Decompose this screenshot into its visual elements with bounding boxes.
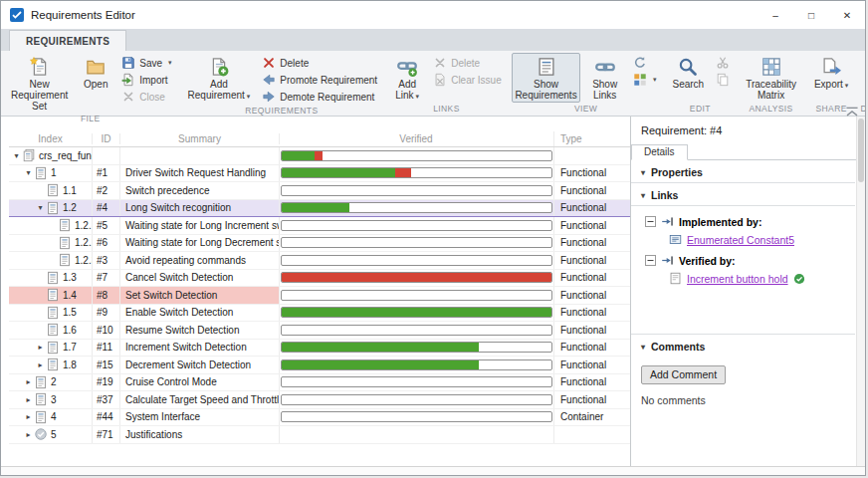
- section-comments[interactable]: ▾ Comments: [631, 334, 855, 357]
- table-row[interactable]: ▸1.8#15Decrement Switch DetectionFunctio…: [9, 357, 630, 374]
- section-links[interactable]: ▾ Links: [631, 183, 855, 206]
- details-tabstrip: Details: [631, 142, 865, 160]
- id-cell: #9: [93, 305, 120, 322]
- collapse-toolstrip-button[interactable]: [845, 103, 859, 113]
- delete-requirement-button[interactable]: Delete: [258, 55, 381, 71]
- collapse-box-icon[interactable]: [645, 216, 656, 227]
- table-row[interactable]: 1.5#9Enable Switch DetectionFunctional: [9, 305, 630, 323]
- tree-expander[interactable]: ▾: [35, 203, 46, 212]
- column-header-verified[interactable]: Verified: [280, 131, 554, 146]
- import-button[interactable]: Import: [117, 72, 175, 88]
- requirement-icon: [46, 271, 60, 285]
- refresh-view-button[interactable]: [629, 55, 661, 71]
- tree-expander[interactable]: ▾: [11, 151, 22, 160]
- table-header: Index ID Summary Verified Type: [9, 130, 630, 147]
- requirement-icon: [34, 392, 48, 406]
- table-row[interactable]: 1.2.3#3Avoid repeating commandsFunctiona…: [9, 252, 630, 270]
- link-item: Increment button hold: [631, 269, 865, 288]
- requirement-icon: [46, 341, 60, 355]
- index-label: 1.7: [63, 342, 77, 353]
- promote-requirement-button[interactable]: Promote Requirement: [258, 72, 381, 88]
- tree-expander[interactable]: ▸: [23, 377, 34, 386]
- verified-cell: [280, 182, 554, 199]
- table-row[interactable]: ▸1.7#11Increment Switch DetectionFunctio…: [9, 340, 630, 358]
- section-properties[interactable]: ▾ Properties: [631, 160, 855, 183]
- tree-expander[interactable]: ▸: [23, 395, 34, 404]
- link-anchor[interactable]: Increment button hold: [687, 273, 788, 285]
- close-button[interactable]: ✕: [829, 1, 865, 29]
- maximize-button[interactable]: □: [793, 1, 829, 29]
- tab-requirements[interactable]: REQUIREMENTS: [9, 30, 126, 51]
- tree-expander[interactable]: ▸: [35, 343, 46, 352]
- toolbar-group-requirements: Add Requirement▾DeletePromote Requiremen…: [180, 51, 384, 116]
- verified-progress-bar: [281, 325, 552, 336]
- search-button[interactable]: Search: [667, 53, 711, 103]
- toolbar-group-links: Add Link▾DeleteClear IssueLINKS: [385, 51, 508, 116]
- show-requirements-button[interactable]: Show Requirements: [512, 53, 581, 103]
- tab-details[interactable]: Details: [631, 144, 688, 160]
- type-cell: [554, 426, 630, 443]
- add-comment-button[interactable]: Add Comment: [641, 365, 726, 384]
- column-header-summary[interactable]: Summary: [120, 133, 280, 144]
- id-cell: #15: [93, 357, 120, 373]
- copy-icon: [716, 73, 730, 87]
- table-row[interactable]: ▸4#44System InterfaceContainer: [9, 409, 630, 427]
- index-label: 1.2: [63, 202, 77, 213]
- app-icon: [9, 7, 25, 23]
- add-requirement-button[interactable]: Add Requirement▾: [182, 53, 257, 105]
- save-button[interactable]: Save▾: [117, 55, 175, 71]
- verified-pass-segment: [282, 151, 315, 160]
- clear-issue-button-label: Clear Issue: [451, 75, 502, 86]
- index-cell: 1.2.2: [9, 235, 93, 252]
- link-group-label: Verified by:: [679, 255, 736, 267]
- id-cell: #4: [93, 200, 120, 217]
- column-colors-button[interactable]: ▾: [629, 72, 661, 88]
- show-links-icon: [595, 57, 615, 77]
- verified-cell: [280, 409, 554, 426]
- tree-expander[interactable]: ▸: [35, 360, 46, 369]
- new-requirement-set-button[interactable]: New Requirement Set: [5, 53, 74, 113]
- close-x-icon: [121, 90, 135, 104]
- link-anchor[interactable]: Enumerated Constant5: [687, 234, 794, 246]
- summary-cell: [120, 147, 280, 164]
- summary-cell: Enable Switch Detection: [120, 305, 280, 322]
- show-reqs-icon: [537, 57, 556, 77]
- table-row[interactable]: ▾1#1Driver Switch Request HandlingFuncti…: [9, 165, 630, 183]
- add-link-button[interactable]: Add Link▾: [387, 53, 427, 103]
- open-button[interactable]: Open: [76, 53, 115, 113]
- tree-expander[interactable]: ▸: [23, 412, 34, 421]
- demote-requirement-button[interactable]: Demote Requirement: [258, 89, 381, 105]
- save-icon: [121, 56, 135, 70]
- verified-progress-bar: [281, 307, 552, 318]
- export-button[interactable]: Export▾: [808, 53, 854, 103]
- table-row[interactable]: 1.2.1#5Waiting state for Long Increment …: [9, 217, 630, 235]
- id-cell: #44: [93, 409, 120, 426]
- table-row[interactable]: ▾1.2#4Long Switch recognitionFunctional: [9, 200, 630, 218]
- column-header-type[interactable]: Type: [554, 133, 630, 144]
- promote-requirement-button-label: Promote Requirement: [280, 75, 377, 86]
- column-header-index[interactable]: Index: [9, 133, 93, 144]
- link-type-icon: [661, 254, 674, 267]
- table-row[interactable]: 1.3#7Cancel Switch DetectionFunctional: [9, 270, 630, 288]
- table-row[interactable]: ▸5#71Justifications: [9, 426, 630, 444]
- table-row[interactable]: 1.6#10Resume Switch DetectionFunctional: [9, 322, 630, 340]
- collapse-box-icon[interactable]: [645, 255, 656, 266]
- traceability-matrix-button[interactable]: Traceability Matrix: [740, 53, 802, 103]
- table-row[interactable]: ▸2#19Cruise Control ModeFunctional: [9, 374, 630, 392]
- scrollbar-thumb[interactable]: [858, 119, 864, 182]
- column-header-id[interactable]: ID: [93, 133, 120, 144]
- show-links-button[interactable]: Show Links: [582, 53, 627, 103]
- table-row[interactable]: ▾crs_req_func_...: [9, 147, 630, 165]
- summary-cell: Resume Switch Detection: [120, 322, 280, 339]
- table-row[interactable]: 1.4#8Set Switch DetectionFunctional: [9, 287, 630, 305]
- table-row[interactable]: 1.1#2Switch precedenceFunctional: [9, 182, 630, 200]
- help-button[interactable]: ?Help▾: [860, 53, 866, 103]
- tree-expander[interactable]: ▾: [23, 168, 34, 177]
- id-cell: #10: [93, 322, 120, 339]
- table-row[interactable]: ▸3#37Calculate Target Speed and Throttle…: [9, 391, 630, 409]
- table-row[interactable]: 1.2.2#6Waiting state for Long Decrement …: [9, 235, 630, 253]
- details-scrollbar[interactable]: [856, 117, 865, 466]
- tree-expander[interactable]: ▸: [23, 430, 34, 439]
- minimize-button[interactable]: –: [758, 1, 793, 29]
- toolbar-group-analysis: Traceability MatrixANALYSIS: [738, 51, 804, 116]
